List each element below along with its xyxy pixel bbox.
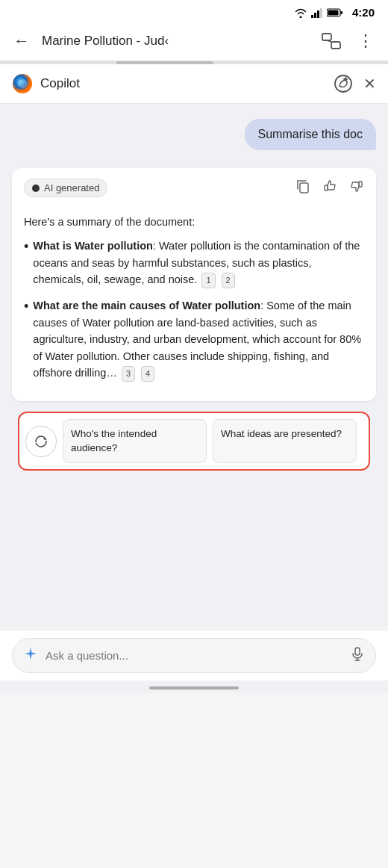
svg-rect-0 [311,15,313,18]
bullet-dot: • [24,297,28,316]
svg-rect-16 [355,648,360,655]
thumbs-up-icon [322,179,337,193]
user-message-text: Summarise this doc [258,128,363,140]
suggestion-chip-2[interactable]: What ideas are presented? [213,419,357,464]
copilot-title: Copilot [40,76,334,91]
close-button[interactable]: ✕ [363,75,376,93]
ai-generated-badge: AI generated [24,179,107,197]
status-icons [294,7,343,18]
bullet-text-2: What are the main causes of Water pollut… [33,297,364,382]
svg-rect-3 [320,8,322,18]
scroll-indicator [0,61,388,64]
citation-1[interactable]: 1 [201,273,215,288]
new-chat-button[interactable] [334,74,353,93]
copilot-nav-icon [321,32,342,50]
svg-rect-14 [325,185,328,190]
citation-3[interactable]: 3 [122,366,135,382]
status-time: 4:20 [352,6,375,19]
copy-icon [295,179,310,193]
ai-badge-label: AI generated [44,182,99,193]
status-bar: 4:20 [0,0,388,22]
svg-rect-5 [340,11,342,14]
wifi-icon [294,7,307,18]
thumbs-down-button[interactable] [349,179,364,197]
ai-card-header: AI generated [24,179,364,205]
ask-input[interactable] [46,649,342,662]
ai-card-actions [295,179,364,197]
suggestion-chip-1[interactable]: Who's the intended audience? [63,419,207,464]
svg-rect-6 [328,10,338,15]
nav-title: Marine Pollution - Jud‹ [42,34,310,49]
citation-2[interactable]: 2 [222,273,235,288]
sparkle-icon [23,646,38,665]
bullet-term-2: What are the main causes of Water pollut… [33,300,260,311]
svg-rect-2 [317,10,319,18]
svg-rect-7 [322,34,331,40]
copilot-logo [12,73,33,94]
ai-badge-dot [32,185,40,192]
close-icon: ✕ [363,75,376,93]
sparkle-svg [23,646,38,661]
ai-intro-text: Here's a summary of the document: [24,214,364,230]
user-message-bubble: Summarise this doc [245,119,377,150]
copy-button[interactable] [295,179,310,197]
more-options-button[interactable]: ⋮ [352,28,379,55]
battery-icon [327,8,343,17]
ask-bar-inner [12,638,376,673]
suggestion-chip-2-text: What ideas are presented? [221,428,342,439]
ai-response-card: AI generated [12,168,376,401]
chat-area: Summarise this doc AI generated [0,104,388,627]
svg-rect-1 [314,13,316,18]
mic-button[interactable] [350,646,365,665]
nav-copilot-icon-btn[interactable] [318,28,345,55]
svg-rect-8 [331,42,340,49]
svg-rect-13 [300,183,308,193]
bullet-dot: • [24,238,28,256]
thumbs-up-button[interactable] [322,179,337,197]
bullet-term-1: What is Water pollution [33,240,153,252]
home-bar [149,686,239,689]
svg-point-10 [335,75,351,92]
back-button[interactable]: ← [9,28,34,54]
ask-bar [0,630,388,681]
home-indicator [0,681,388,692]
copilot-header: Copilot ✕ [0,64,388,104]
suggestions-area: Who's the intended audience? What ideas … [18,412,370,471]
suggestion-chip-1-text: Who's the intended audience? [71,428,157,453]
suggestion-chips: Who's the intended audience? What ideas … [63,419,357,464]
mic-icon [350,646,365,661]
bullet-text-1: What is Water pollution: Water pollution… [33,238,364,288]
list-item: • What is Water pollution: Water polluti… [24,238,364,288]
copilot-header-icons: ✕ [334,74,376,93]
svg-rect-15 [359,182,362,187]
list-item: • What are the main causes of Water poll… [24,297,364,382]
new-chat-icon [334,74,353,93]
signal-icon [311,7,323,18]
refresh-icon [34,434,48,449]
ai-bullet-list: • What is Water pollution: Water polluti… [24,238,364,381]
more-icon: ⋮ [357,31,374,51]
ai-content: Here's a summary of the document: • What… [24,214,364,382]
thumbs-down-icon [349,179,364,193]
refresh-suggestions-button[interactable] [25,426,57,457]
nav-bar: ← Marine Pollution - Jud‹ ⋮ [0,22,388,61]
citation-4[interactable]: 4 [141,366,154,382]
